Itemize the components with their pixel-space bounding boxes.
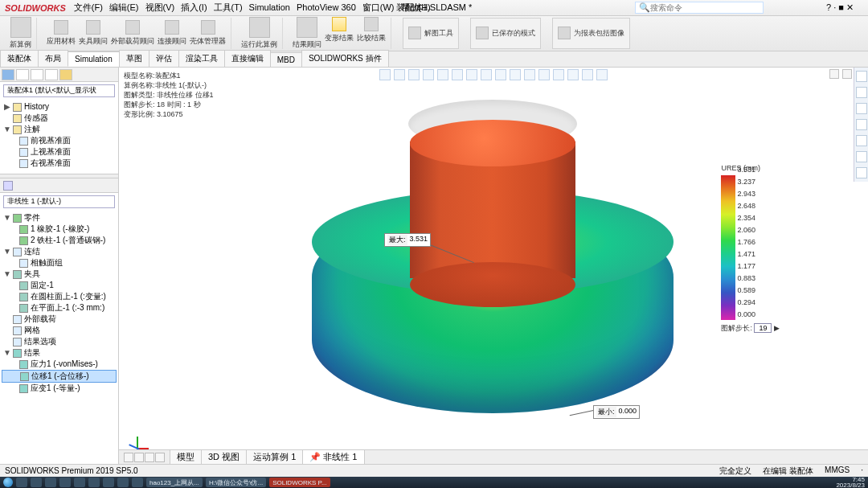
- help-buttons[interactable]: ? · ■ ✕: [826, 2, 854, 13]
- taskbar-pinned-icon[interactable]: [45, 478, 56, 487]
- headsup-button-icon[interactable]: [567, 69, 579, 80]
- vp-min-icon[interactable]: [829, 69, 839, 79]
- model-tab[interactable]: 模型: [170, 449, 202, 464]
- menu-item[interactable]: PhotoView 360: [297, 2, 356, 12]
- tree-node[interactable]: 外部载荷: [2, 314, 117, 325]
- headsup-button-icon[interactable]: [553, 69, 564, 80]
- fm-tab-property-icon[interactable]: [16, 69, 29, 80]
- menu-item[interactable]: 编辑(E): [109, 2, 139, 12]
- fm-tab-design-tree-icon[interactable]: [2, 69, 14, 80]
- start-orb-icon[interactable]: [3, 478, 13, 487]
- command-tab[interactable]: Simulation: [68, 51, 120, 67]
- tree-node[interactable]: 上视基准面: [2, 146, 117, 158]
- ribbon-item[interactable]: 夹具顾问: [79, 20, 108, 47]
- tree-node[interactable]: 在圆柱面上-1 (:变量:): [2, 291, 117, 302]
- headsup-button-icon[interactable]: [596, 69, 608, 80]
- task-pane[interactable]: [854, 68, 868, 182]
- taskbar-pinned-icon[interactable]: [31, 478, 42, 487]
- taskbar-pinned-icon[interactable]: [59, 478, 71, 487]
- taskpane-tab-icon[interactable]: [856, 167, 867, 178]
- ribbon-item[interactable]: 比较结果: [357, 17, 386, 50]
- fm-tab-dim-icon[interactable]: [45, 69, 58, 80]
- expand-icon[interactable]: ▼: [3, 124, 10, 135]
- headsup-button-icon[interactable]: [423, 69, 434, 80]
- model-tab[interactable]: 运动算例 1: [246, 449, 303, 464]
- taskbar-pinned-icon[interactable]: [74, 478, 85, 487]
- ribbon-item[interactable]: 应用材料: [47, 20, 76, 47]
- headsup-button-icon[interactable]: [452, 69, 463, 80]
- tree-node[interactable]: ▶History: [2, 101, 117, 113]
- tree-node[interactable]: 相触面组: [2, 257, 117, 269]
- command-tab[interactable]: 布局: [38, 50, 68, 67]
- model-tab[interactable]: 📌非线性 1: [302, 449, 364, 464]
- fm-study-dropdown[interactable]: 非线性 1 (-默认-): [3, 195, 115, 208]
- headsup-button-icon[interactable]: [379, 69, 391, 80]
- menu-item[interactable]: 窗口(W): [362, 2, 395, 12]
- tree-node[interactable]: 右视基准面: [2, 158, 117, 169]
- menu-item[interactable]: 文件(F): [74, 2, 103, 12]
- tree-node[interactable]: ▼连结: [2, 246, 117, 257]
- expand-icon[interactable]: ▼: [3, 246, 10, 257]
- ribbon-right-item[interactable]: 已保存的模式: [470, 18, 541, 49]
- tree-node[interactable]: ▼结果: [2, 347, 117, 359]
- tree-node[interactable]: 位移1 (-合位移-): [2, 370, 117, 383]
- command-tab[interactable]: 评估: [149, 50, 179, 67]
- ribbon-item[interactable]: 外部载荷顾问: [111, 20, 154, 47]
- windows-taskbar[interactable]: hao123_上网从...H:\微信公众号\仿...SOLIDWORKS P..…: [0, 477, 868, 488]
- headsup-button-icon[interactable]: [582, 69, 593, 80]
- taskbar-pinned-icon[interactable]: [88, 478, 100, 487]
- color-legend[interactable]: URES (mm) 3.5313.2372.9432.6482.3542.060…: [721, 164, 780, 334]
- model-tabs-nav[interactable]: [124, 453, 165, 462]
- system-clock[interactable]: 7:452023/8/23: [836, 477, 865, 488]
- taskbar-window[interactable]: SOLIDWORKS P...: [269, 478, 330, 487]
- graphics-viewport[interactable]: 模型名称:装配体1 算例名称:非线性 1(-默认-) 图解类型: 非线性位移 位…: [119, 68, 868, 464]
- tree-node[interactable]: 应变1 (-等量-): [2, 383, 117, 394]
- filter-icon[interactable]: [3, 181, 13, 191]
- taskbar-pinned-icon[interactable]: [132, 478, 143, 487]
- ribbon-item[interactable]: 结果顾问: [293, 17, 321, 50]
- expand-icon[interactable]: ▶: [3, 101, 10, 113]
- headsup-button-icon[interactable]: [510, 69, 521, 80]
- headsup-button-icon[interactable]: [466, 69, 477, 80]
- headsup-button-icon[interactable]: [394, 69, 405, 80]
- expand-icon[interactable]: ▼: [3, 269, 10, 280]
- tree-node[interactable]: 在平面上-1 (:-3 mm:): [2, 302, 117, 314]
- command-tab[interactable]: 装配体: [0, 50, 39, 67]
- menu-item[interactable]: Simulation: [249, 2, 290, 12]
- tree-node[interactable]: 1 橡胶-1 (-橡胶-): [2, 223, 117, 235]
- model-tab[interactable]: 3D 视图: [201, 449, 247, 464]
- taskbar-pinned-icon[interactable]: [103, 478, 114, 487]
- tree-node[interactable]: 应力1 (-vonMises-): [2, 359, 117, 370]
- ribbon-item[interactable]: 变形结果: [325, 17, 354, 50]
- expand-icon[interactable]: ▼: [3, 347, 10, 359]
- menu-item[interactable]: 工具(T): [214, 2, 243, 12]
- fm-tab-display-icon[interactable]: [59, 69, 72, 80]
- command-tab[interactable]: SOLIDWORKS 插件: [301, 50, 389, 67]
- search-input[interactable]: [650, 3, 760, 12]
- tree-node[interactable]: 前视基准面: [2, 135, 117, 146]
- ribbon-right-item[interactable]: 为报表包括图像: [552, 18, 630, 49]
- tree-node[interactable]: ▼夹具: [2, 269, 117, 280]
- taskpane-tab-icon[interactable]: [856, 151, 867, 162]
- command-tab[interactable]: 草图: [119, 50, 149, 67]
- tree-node[interactable]: 网格: [2, 325, 117, 336]
- taskbar-pinned-icon[interactable]: [16, 478, 27, 487]
- command-tab[interactable]: MBD: [270, 52, 302, 67]
- fm-design-tree[interactable]: ▶History传感器▼注解前视基准面上视基准面右视基准面: [0, 100, 118, 174]
- expand-icon[interactable]: ▼: [3, 212, 10, 223]
- vp-max-icon[interactable]: [842, 69, 852, 79]
- fm-tab-strip[interactable]: [0, 68, 118, 82]
- headsup-button-icon[interactable]: [481, 69, 492, 80]
- headsup-button-icon[interactable]: [538, 69, 550, 80]
- ribbon-item[interactable]: 运行此算例: [241, 17, 277, 50]
- taskpane-tab-icon[interactable]: [856, 103, 867, 114]
- tab-first-icon[interactable]: [124, 453, 133, 462]
- taskpane-tab-icon[interactable]: [856, 119, 867, 130]
- ribbon-item[interactable]: 新算例: [10, 17, 31, 50]
- tab-last-icon[interactable]: [155, 453, 165, 462]
- headsup-button-icon[interactable]: [524, 69, 535, 80]
- simulation-study-tree[interactable]: ▼零件1 橡胶-1 (-橡胶-)2 铁柱-1 (-普通碳钢-)▼连结相触面组▼夹…: [0, 211, 118, 464]
- taskpane-tab-icon[interactable]: [856, 87, 867, 98]
- tree-node[interactable]: ▼注解: [2, 124, 117, 135]
- tree-node[interactable]: 传感器: [2, 113, 117, 124]
